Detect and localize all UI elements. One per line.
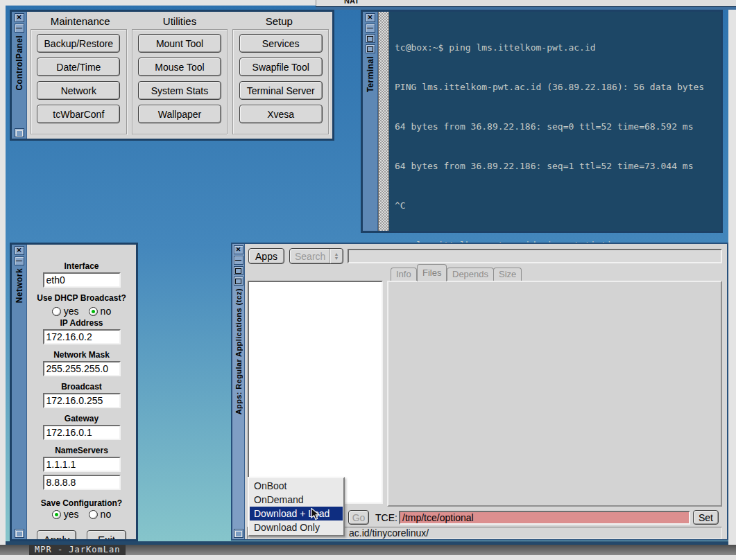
button-backup-restore[interactable]: Backup/Restore <box>37 34 120 53</box>
button-system-stats[interactable]: System Stats <box>138 81 221 100</box>
interface-field[interactable] <box>43 272 121 288</box>
terminal-scrollbar[interactable] <box>378 12 389 231</box>
minimize-icon[interactable]: — <box>15 256 24 265</box>
window-network: ✕ — Network Interface Use DHCP Broadcast… <box>10 243 138 541</box>
tab-info[interactable]: Info <box>391 268 417 281</box>
dhcp-no-label: no <box>101 306 112 317</box>
maximize-icon[interactable] <box>234 266 243 275</box>
close-icon[interactable]: ✕ <box>366 13 375 22</box>
group-header-setup: Setup <box>230 14 329 29</box>
menu-item-download-load[interactable]: Download + Load <box>250 507 343 520</box>
nameservers-label: NameServers <box>27 446 136 455</box>
button-mouse-tool[interactable]: Mouse Tool <box>138 58 221 76</box>
resize-grip-icon[interactable] <box>234 529 243 538</box>
apps-menu-button[interactable]: Apps <box>248 248 284 264</box>
minimize-icon[interactable]: — <box>15 24 24 33</box>
close-icon[interactable]: ✕ <box>15 13 24 22</box>
gateway-label: Gateway <box>27 414 136 423</box>
button-wallpaper[interactable]: Wallpaper <box>138 105 221 123</box>
ip-field[interactable] <box>43 329 121 344</box>
button-mount-tool[interactable]: Mount Tool <box>138 34 221 53</box>
terminal-line: PING lms.ittelkom-pwt.ac.id (36.89.22.18… <box>395 80 715 94</box>
terminal-titlebar[interactable]: ✕ — Terminal <box>363 12 378 231</box>
nameserver1-field[interactable] <box>43 457 121 472</box>
window-title: ControlPanel <box>15 35 24 90</box>
tce-path-field[interactable] <box>399 511 690 525</box>
button-date-time[interactable]: Date/Time <box>37 58 120 76</box>
close-icon[interactable]: ✕ <box>15 246 24 255</box>
apps-titlebar[interactable]: ✕ — Apps: Regular Applications (tcz) <box>232 244 245 539</box>
tab-size[interactable]: Size <box>493 268 522 281</box>
group-header-maintenance: Maintenance <box>31 14 130 29</box>
group-utilities: Mount Tool Mouse Tool System Stats Wallp… <box>132 29 228 134</box>
search-dropdown-label: Search <box>290 251 330 262</box>
apps-listbox[interactable] <box>248 281 383 504</box>
dhcp-label: Use DHCP Broadcast? <box>27 293 136 303</box>
nat-window-titlebar[interactable]: NAT <box>316 0 736 6</box>
broadcast-field[interactable] <box>43 393 121 408</box>
resize-grip-icon[interactable] <box>15 529 24 538</box>
menu-item-ondemand[interactable]: OnDemand <box>250 493 343 507</box>
window-title: Network <box>15 268 24 303</box>
mouse-cursor-icon <box>311 508 322 523</box>
terminal-line: ^C <box>395 199 715 212</box>
window-title: Terminal <box>366 56 375 92</box>
maximize-full-icon[interactable] <box>366 44 375 53</box>
window-terminal: ✕ — Terminal tc@box:~$ ping lms.ittelkom… <box>361 10 723 233</box>
terminal-line: 64 bytes from 36.89.22.186: seq=0 ttl=52… <box>395 120 715 133</box>
network-content: Interface Use DHCP Broadcast? yes no IP … <box>27 245 136 539</box>
control-panel-titlebar[interactable]: ✕ — ControlPanel <box>12 12 27 139</box>
button-network[interactable]: Network <box>37 81 120 100</box>
ip-label: IP Address <box>27 318 136 328</box>
button-terminal-server[interactable]: Terminal Server <box>239 81 323 100</box>
save-yes-radio[interactable] <box>52 510 61 519</box>
button-services[interactable]: Services <box>239 34 323 53</box>
host-status-bar: MPR - JarKomLan <box>0 545 736 555</box>
group-header-utilities: Utilities <box>130 14 229 29</box>
close-icon[interactable]: ✕ <box>234 245 243 254</box>
search-input[interactable] <box>348 249 722 263</box>
mask-label: Network Mask <box>27 350 136 360</box>
dhcp-yes-radio[interactable] <box>52 307 61 316</box>
save-no-radio[interactable] <box>89 510 98 519</box>
save-config-label: Save Configuration? <box>27 498 136 508</box>
tce-label: TCE: <box>375 512 397 523</box>
interface-label: Interface <box>27 261 136 271</box>
minimize-icon[interactable]: — <box>366 24 375 33</box>
go-button[interactable]: Go <box>348 510 369 525</box>
set-button[interactable]: Set <box>693 510 719 525</box>
nat-window-title: NAT <box>344 0 736 5</box>
maximize-icon[interactable] <box>366 34 375 43</box>
menu-item-download-only[interactable]: Download Only <box>250 520 343 534</box>
button-xvesa[interactable]: Xvesa <box>239 105 323 123</box>
window-title: Apps: Regular Applications (tcz) <box>234 288 243 414</box>
menu-item-onboot[interactable]: OnBoot <box>250 479 343 493</box>
search-dropdown[interactable]: Search ▲▼ <box>289 248 343 264</box>
control-panel-content: Maintenance Utilities Setup Backup/Resto… <box>27 12 332 139</box>
apply-button[interactable]: Apply <box>37 530 76 539</box>
exit-button[interactable]: Exit <box>87 530 126 539</box>
vm-name-label: MPR - JarKomLan <box>29 545 126 555</box>
minimize-icon[interactable]: — <box>234 256 243 265</box>
save-no-label: no <box>101 509 112 520</box>
maximize-full-icon[interactable] <box>234 277 243 286</box>
terminal-line: 64 bytes from 36.89.22.186: seq=1 ttl=52… <box>395 159 715 173</box>
dhcp-yes-label: yes <box>64 306 79 317</box>
nameserver2-field[interactable] <box>43 475 121 490</box>
terminal-screen[interactable]: tc@box:~$ ping lms.ittelkom-pwt.ac.id PI… <box>389 12 721 231</box>
dhcp-no-radio[interactable] <box>89 307 98 316</box>
network-titlebar[interactable]: ✕ — Network <box>12 245 27 539</box>
tab-depends[interactable]: Depends <box>447 268 494 281</box>
button-tcwbarconf[interactable]: tcWbarConf <box>37 105 120 123</box>
mask-field[interactable] <box>43 361 121 376</box>
tab-files[interactable]: Files <box>417 264 447 281</box>
button-swapfile-tool[interactable]: Swapfile Tool <box>239 58 323 76</box>
gateway-field[interactable] <box>43 425 121 440</box>
resize-grip-icon[interactable] <box>15 128 24 137</box>
nat-window-fragment[interactable]: NAT <box>316 0 736 10</box>
mode-dropdown-menu: OnBoot OnDemand Download + Load Download… <box>248 477 345 536</box>
nat-window-border <box>316 6 736 10</box>
chevron-down-icon: ▼ <box>334 256 339 261</box>
spinner-arrows-icon: ▲▼ <box>330 252 343 261</box>
terminal-line: tc@box:~$ ping lms.ittelkom-pwt.ac.id <box>395 41 715 54</box>
